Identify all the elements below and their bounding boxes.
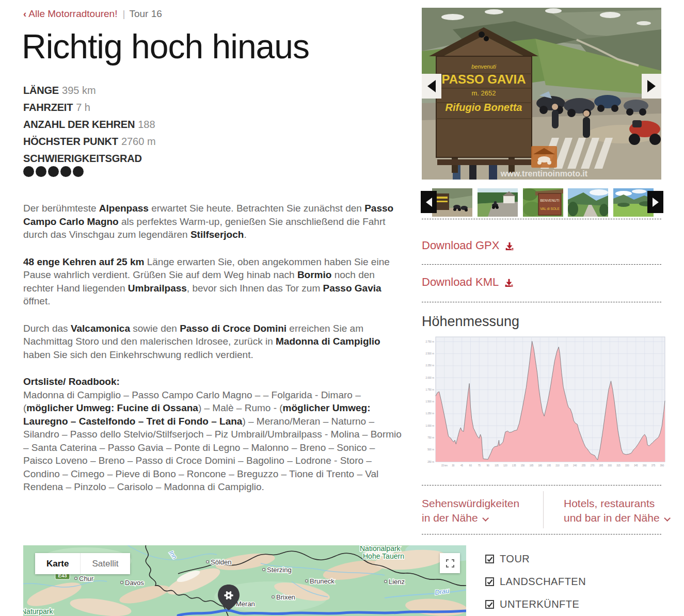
map-label-lienz: Lienz bbox=[389, 578, 405, 586]
arrow-right-icon bbox=[653, 198, 659, 207]
photo-prev-button[interactable] bbox=[422, 74, 441, 99]
svg-text:390: 390 bbox=[660, 464, 664, 467]
chevron-down-icon bbox=[482, 515, 489, 522]
difficulty-dot bbox=[48, 166, 59, 177]
hotels-nearby-line1: Hotels, restaurants bbox=[564, 497, 655, 509]
thumbnail-valley-road[interactable] bbox=[568, 188, 608, 217]
layer-checkbox-unterkuenfte[interactable]: UNTERKÜNFTE bbox=[485, 598, 579, 610]
thumb-sign-line2: VAL di SOLE bbox=[540, 207, 560, 210]
checkbox-icon bbox=[485, 555, 494, 563]
stat-difficulty-label: SCHWIERIGKEITSGRAD bbox=[23, 150, 156, 167]
elevation-chart-svg: 250 m500 m750 m1.000 m1.250 m1.500 m1.75… bbox=[422, 333, 669, 473]
svg-text:1.500 m: 1.500 m bbox=[425, 400, 434, 403]
difficulty-dots bbox=[23, 166, 85, 179]
thumbnails-next-button[interactable] bbox=[647, 191, 663, 213]
difficulty-dot bbox=[73, 166, 84, 177]
svg-text:360: 360 bbox=[643, 464, 647, 467]
download-icon bbox=[503, 278, 515, 289]
difficulty-dot bbox=[36, 166, 46, 177]
divider bbox=[422, 485, 661, 485]
map-label-chur: Chur bbox=[79, 575, 94, 582]
sign-line-rifugio: Rifugio Bonetta bbox=[446, 102, 522, 113]
download-icon bbox=[504, 241, 515, 252]
thumbnail-val-di-sole-sign[interactable]: BENVENUTIVAL di SOLE bbox=[523, 188, 563, 217]
svg-text:1.000 m: 1.000 m bbox=[425, 425, 434, 427]
svg-text:180: 180 bbox=[538, 464, 542, 467]
elevation-chart: 250 m500 m750 m1.000 m1.250 m1.500 m1.75… bbox=[422, 333, 669, 473]
stat-highest-point: HÖCHSTER PUNKT2760 m bbox=[23, 133, 156, 150]
description-paragraph: Durch das Valcamonica sowie den Passo di… bbox=[23, 322, 404, 362]
map-type-satellit-button[interactable]: Satellit bbox=[80, 553, 130, 574]
arrow-right-icon bbox=[647, 80, 656, 92]
tour-stats: LÄNGE395 km FAHRZEIT7 h ANZAHL DER KEHRE… bbox=[23, 82, 156, 167]
svg-text:195: 195 bbox=[547, 464, 551, 467]
svg-text:500 m: 500 m bbox=[427, 448, 434, 451]
svg-text:285: 285 bbox=[599, 464, 603, 467]
stat-hairpins: ANZAHL DER KEHREN188 bbox=[23, 116, 156, 133]
svg-text:2.250 m: 2.250 m bbox=[425, 364, 434, 367]
layer-checkbox-tour[interactable]: TOUR bbox=[485, 553, 530, 565]
svg-text:330: 330 bbox=[625, 464, 629, 467]
thumbnails-prev-button[interactable] bbox=[421, 191, 437, 213]
layer-checkbox-landschaften[interactable]: LANDSCHAFTEN bbox=[485, 576, 586, 588]
sign-line-altitude: m. 2652 bbox=[472, 89, 496, 97]
svg-text:2.500 m: 2.500 m bbox=[425, 352, 434, 355]
description-paragraph: 48 enge Kehren auf 25 km Länge erwarten … bbox=[23, 255, 404, 308]
svg-text:315: 315 bbox=[616, 464, 621, 467]
divider bbox=[422, 302, 661, 302]
sign-line-passo-gavia: PASSO GAVIA bbox=[441, 72, 526, 86]
layer-label: LANDSCHAFTEN bbox=[500, 576, 586, 588]
map-fullscreen-button[interactable] bbox=[440, 553, 460, 573]
hotels-nearby-link[interactable]: Hotels, restaurants und bar in der Nähe bbox=[564, 496, 669, 525]
svg-text:1.250 m: 1.250 m bbox=[425, 412, 434, 415]
svg-text:300: 300 bbox=[608, 464, 612, 467]
breadcrumb-back-link[interactable]: ‹Alle Motorradtouren! bbox=[23, 8, 117, 19]
svg-text:750 m: 750 m bbox=[427, 436, 434, 439]
download-kml-label: Download KML bbox=[422, 275, 499, 289]
stat-length: LÄNGE395 km bbox=[23, 82, 156, 99]
checkbox-icon bbox=[485, 577, 494, 586]
tour-detail-page: { "breadcrumb": { "back": "Alle Motorrad… bbox=[0, 0, 684, 616]
map-type-control: Karte Satellit bbox=[35, 553, 130, 574]
photo-next-button[interactable] bbox=[642, 74, 661, 99]
divider bbox=[422, 264, 661, 265]
download-kml-link[interactable]: Download KML bbox=[422, 275, 515, 289]
checkbox-icon bbox=[485, 600, 494, 609]
arrow-left-icon bbox=[427, 80, 436, 92]
elevation-heading: Höhenmessung bbox=[422, 314, 519, 330]
fullscreen-icon bbox=[446, 559, 454, 568]
chevron-left-icon: ‹ bbox=[23, 8, 26, 19]
layer-label: TOUR bbox=[500, 553, 530, 565]
thumbnail-passo-gavia[interactable] bbox=[432, 188, 472, 217]
sights-nearby-link[interactable]: Sehenswürdigkeiten in der Nähe bbox=[422, 496, 519, 525]
svg-text:150: 150 bbox=[521, 464, 525, 467]
map-type-karte-button[interactable]: Karte bbox=[35, 553, 80, 574]
svg-text:75: 75 bbox=[478, 464, 481, 467]
map-label-soelden: Sölden bbox=[211, 558, 231, 566]
watermark-text: www.trentinoinmoto.it bbox=[500, 169, 588, 178]
thumbnail-road-house[interactable] bbox=[478, 188, 518, 217]
svg-text:210: 210 bbox=[555, 464, 560, 467]
download-gpx-link[interactable]: Download GPX bbox=[422, 239, 515, 252]
svg-text:225: 225 bbox=[564, 464, 568, 467]
breadcrumb-separator: | bbox=[122, 8, 125, 19]
vertical-divider bbox=[543, 491, 544, 528]
description-paragraph: Der berühmteste Alpenpass erwartet Sie h… bbox=[23, 202, 404, 241]
tour-map[interactable]: Chur Davos Sölden Sterzing Bruneck Brixe… bbox=[23, 545, 466, 616]
difficulty-dot bbox=[23, 166, 34, 177]
svg-text:45: 45 bbox=[460, 464, 464, 467]
page-title: Richtig hoch hinaus bbox=[22, 27, 309, 66]
svg-text:1.750 m: 1.750 m bbox=[425, 388, 434, 391]
sign-line-benvenuti: benvenuti bbox=[471, 63, 496, 70]
map-label-nationalpark: Nationalpark bbox=[360, 545, 401, 553]
svg-text:105: 105 bbox=[495, 464, 499, 467]
difficulty-dot bbox=[60, 166, 71, 177]
sights-nearby-line2: in der Nähe bbox=[422, 512, 478, 524]
svg-text:240: 240 bbox=[573, 464, 577, 467]
tour-description: Der berühmteste Alpenpass erwartet Sie h… bbox=[23, 202, 404, 508]
gallery-photo: benvenuti PASSO GAVIA m. 2652 Rifugio Bo… bbox=[422, 8, 661, 180]
svg-text:60: 60 bbox=[469, 464, 472, 467]
divider bbox=[422, 219, 661, 219]
map-label-hohe-tauern: Hohe Tauern bbox=[363, 552, 404, 560]
map-label-bruneck: Bruneck bbox=[310, 577, 335, 585]
